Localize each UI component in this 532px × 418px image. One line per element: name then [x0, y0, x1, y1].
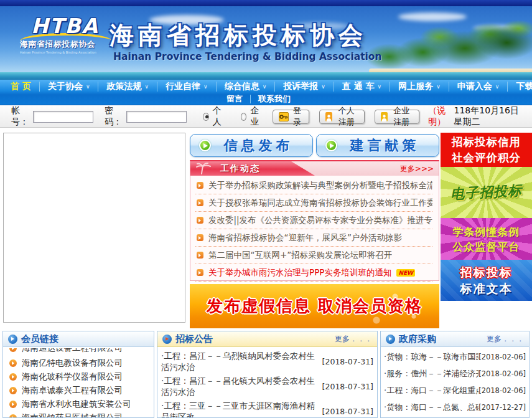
chevron-down-icon: ∨: [495, 83, 500, 90]
company-radio[interactable]: [241, 113, 247, 121]
palm-trees-photo: [364, 17, 532, 74]
nav-item-information[interactable]: 综合信息∨: [217, 82, 276, 92]
new-badge: NEW: [396, 269, 415, 277]
member-links-header: 会员链接: [3, 331, 154, 347]
tender-item[interactable]: ·工程：昌江－－昌化镇大风村委会农村生活污水治[2018-07-31]: [161, 374, 373, 399]
tenders-more-link[interactable]: 更多．．．: [335, 334, 372, 344]
chevron-down-icon: ∨: [203, 83, 208, 90]
credit-score-banner[interactable]: 招标投标信用 社会评价积分: [441, 133, 532, 167]
site-title: 海南省招标投标协会: [110, 19, 367, 52]
nav-item-express[interactable]: 直 通 车∨: [334, 82, 390, 92]
procurement-date: [2018-02-06]: [478, 353, 526, 361]
news-list: 关于举办招标采购政策解读与典型案例分析暨电子招投标全流程操作 关于授权张希瑞同志…: [190, 176, 439, 282]
procurement-list: ·货物：琼海－－琼海市国家基[2018-02-06] ·服务：儋州－－洋浦经济开…: [381, 347, 529, 418]
main-navigation: 首 页 关于协会∨ 政策法规∨ 行业自律∨ 综合信息∨ 投诉举报∨ 直 通 车∨…: [0, 80, 532, 105]
current-date: 118年10月16日 星期二: [454, 105, 523, 128]
account-label: 帐号：: [11, 105, 30, 128]
play-icon: [199, 140, 211, 151]
palm-icon: [195, 163, 212, 176]
member-link[interactable]: 海南化玻科学仪器有限公司: [9, 370, 149, 384]
chevron-down-icon: ∨: [436, 83, 441, 90]
nav-item-message-board[interactable]: 留言: [219, 95, 251, 103]
tender-list: ·工程：昌江－－乌烈镇纳凤村委会农村生活污水治[2018-07-31] ·工程：…: [157, 347, 377, 418]
arrow-bullet-icon: [197, 234, 203, 241]
nav-item-downloads[interactable]: 下载专区∨: [508, 82, 532, 92]
top-strip: [0, 0, 532, 6]
tender-announcements-header: 招标公告 更多．．．: [157, 331, 377, 347]
nav-item-membership[interactable]: 申请入会∨: [449, 82, 508, 92]
news-more-link[interactable]: 更多>>>: [400, 164, 434, 174]
news-item[interactable]: 海南省招标投标协会“迎新年，展风采”户外活动掠影: [195, 229, 432, 247]
nav-item-about[interactable]: 关于协会∨: [40, 82, 99, 92]
nav-item-complaints[interactable]: 投诉举报∨: [275, 82, 334, 92]
warning-banner-text: 发布虚假信息 取消会员资格: [207, 295, 422, 317]
e-bidding-banner[interactable]: 电子招投标: [441, 167, 532, 218]
radio-personal-group: 个人: [203, 105, 225, 128]
nav-item-online-services[interactable]: 网上服务∨: [390, 82, 449, 92]
company-radio-label: 企业: [250, 105, 262, 128]
warning-banner[interactable]: 发布虚假信息 取消会员资格: [190, 284, 439, 328]
government-procurement-section: 政府采购 更多．．． ·货物：琼海－－琼海市国家基[2018-02-06] ·服…: [380, 331, 530, 418]
personal-radio-label: 个人: [213, 105, 225, 128]
arrow-bullet-icon: [197, 252, 203, 259]
member-links-section: 会员链接 海南通达设备工程有限公司 海南亿特电教设备有限公司 海南化玻科学仪器有…: [2, 331, 154, 418]
arrow-bullet-icon: [197, 217, 203, 224]
news-item[interactable]: 发改委||发布《公共资源交易评标专家专业分类标准》推进专家全: [195, 212, 432, 229]
procurement-item[interactable]: ·工程：海口－－海口市美兰区[2017-12-25]: [384, 416, 526, 418]
member-link[interactable]: 海南省水利水电建筑安装公司: [9, 397, 149, 411]
personal-register-button[interactable]: 个人注册: [319, 110, 364, 124]
chevron-down-icon: ∨: [86, 83, 90, 90]
tender-item[interactable]: ·工程：昌江－－乌烈镇纳凤村委会农村生活污水治[2018-07-31]: [161, 349, 373, 374]
procurement-item[interactable]: ·货物：琼海－－琼海市国家基[2018-02-06]: [384, 348, 526, 365]
procurement-item[interactable]: ·服务：儋州－－洋浦经济开发[2018-02-06]: [384, 365, 526, 382]
procurement-item[interactable]: ·工程：海口－－深化组重点改[2018-02-06]: [384, 382, 526, 399]
news-item[interactable]: 关于举办招标采购政策解读与典型案例分析暨电子招投标全流程操作: [195, 177, 432, 194]
nav-item-home[interactable]: 首 页: [2, 82, 40, 92]
nav-item-contact-us[interactable]: 联系我们: [251, 95, 298, 103]
chevron-down-icon: ∨: [321, 83, 325, 90]
arrow-bullet-icon: [9, 348, 17, 352]
arrow-bullet-icon: [197, 199, 203, 206]
procurement-date: [2018-02-06]: [478, 369, 526, 378]
nav-item-self-discipline[interactable]: 行业自律∨: [157, 82, 217, 92]
nav-item-policies[interactable]: 政策法规∨: [98, 82, 157, 92]
tender-date: [2018-07-31]: [322, 407, 373, 416]
login-bar: 帐号： 密码： 个人 企业 登 录 个人注册 企业注册 （说明） 118年10月…: [0, 106, 532, 128]
company-register-button[interactable]: 企业注册: [375, 110, 419, 124]
procurement-item[interactable]: ·货物：海口－－总氮、总磷在[2017-12-27]: [384, 399, 526, 416]
news-item[interactable]: 第二届中国“互联网+”招标采购发展论坛即将召开: [195, 247, 432, 264]
suggestions-button[interactable]: 建言献策: [316, 134, 439, 157]
member-link[interactable]: 海南通达设备工程有限公司: [9, 348, 149, 355]
login-button[interactable]: 登 录: [273, 110, 310, 124]
public-supervision-banner[interactable]: 学条例懂条例 公众监督平台: [441, 218, 532, 260]
logo-english-name: Hainan Province Tendering & Binding Asso…: [20, 50, 119, 54]
procurement-more-link[interactable]: 更多．．．: [487, 334, 524, 344]
standard-documents-banner[interactable]: 招标投标 标准文本: [441, 260, 532, 301]
chevron-down-icon: ∨: [263, 83, 267, 90]
tender-date: [2018-07-31]: [322, 357, 373, 366]
password-input[interactable]: [126, 111, 187, 123]
radio-company-group: 企业: [241, 105, 263, 128]
tender-announcements-title: 招标公告: [175, 333, 213, 345]
arrow-bullet-icon: [9, 401, 17, 408]
news-item[interactable]: 关于授权张希瑞同志成立海南省招标投标协会装饰行业工作委员会的: [195, 194, 432, 212]
arrow-bullet-icon: [197, 182, 203, 189]
chevron-down-icon: ∨: [144, 83, 149, 90]
arrow-circle-icon: [386, 335, 395, 344]
member-link[interactable]: 海南双鸽药品医械有限公司: [9, 411, 149, 418]
tender-item[interactable]: ·工程：三亚－－三亚市天涯区南海渔村精品街区改[2018-07-31]: [161, 399, 373, 418]
logo-acronym: HTBA: [20, 14, 119, 38]
person-icon: [325, 112, 332, 121]
member-link[interactable]: 海南卓诚泰兴工程有限公司: [9, 384, 149, 397]
personal-radio[interactable]: [203, 113, 209, 121]
info-publish-button[interactable]: 信息发布: [190, 134, 313, 157]
news-item[interactable]: 关于举办城市雨污水治理与PPP实务培训班的通知NEW: [195, 264, 432, 282]
account-input[interactable]: [33, 111, 93, 123]
tender-date: [2018-07-31]: [322, 382, 373, 391]
login-note-link[interactable]: （说明）: [428, 105, 454, 128]
person-icon: [381, 112, 388, 121]
work-news-header: 工作动态 更多>>>: [190, 161, 439, 176]
chevron-down-icon: ∨: [378, 83, 382, 90]
association-logo[interactable]: HTBA 海南省招标投标协会 Hainan Province Tendering…: [20, 14, 119, 76]
member-link[interactable]: 海南亿特电教设备有限公司: [9, 356, 149, 370]
